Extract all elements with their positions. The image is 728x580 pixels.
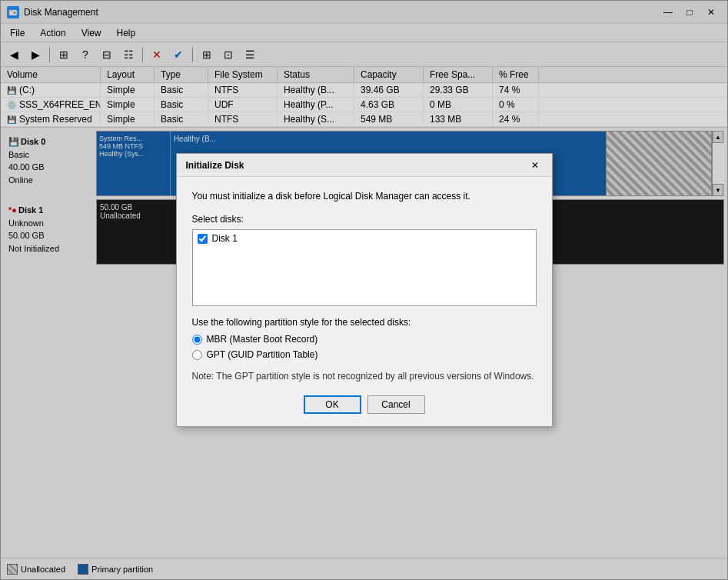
dialog-description: You must initialize a disk before Logica… [192,189,537,203]
partition-style-label: Use the following partition style for th… [192,317,537,328]
disk1-listbox-label: Disk 1 [212,233,238,244]
dialog-title: Initialize Disk [186,160,244,171]
mbr-radio-item[interactable]: MBR (Master Boot Record) [192,334,537,345]
cancel-button[interactable]: Cancel [367,395,425,414]
select-disks-label: Select disks: [192,214,537,225]
disk-listbox-item[interactable]: Disk 1 [193,230,536,247]
mbr-label: MBR (Master Boot Record) [207,334,318,345]
gpt-label: GPT (GUID Partition Table) [207,349,318,360]
modal-overlay: Initialize Disk ✕ You must initialize a … [0,0,728,580]
radio-group: MBR (Master Boot Record) GPT (GUID Parti… [192,334,537,360]
dialog-body: You must initialize a disk before Logica… [177,177,552,426]
ok-button[interactable]: OK [304,395,361,414]
initialize-disk-dialog: Initialize Disk ✕ You must initialize a … [176,153,553,427]
dialog-buttons: OK Cancel [192,395,537,414]
disk1-checkbox[interactable] [198,234,208,244]
note-text: Note: The GPT partition style is not rec… [192,369,537,383]
gpt-radio[interactable] [192,350,202,360]
mbr-radio[interactable] [192,335,202,345]
dialog-title-bar: Initialize Disk ✕ [177,154,552,177]
gpt-radio-item[interactable]: GPT (GUID Partition Table) [192,349,537,360]
disk-listbox[interactable]: Disk 1 [192,229,537,306]
dialog-close-button[interactable]: ✕ [527,158,543,172]
